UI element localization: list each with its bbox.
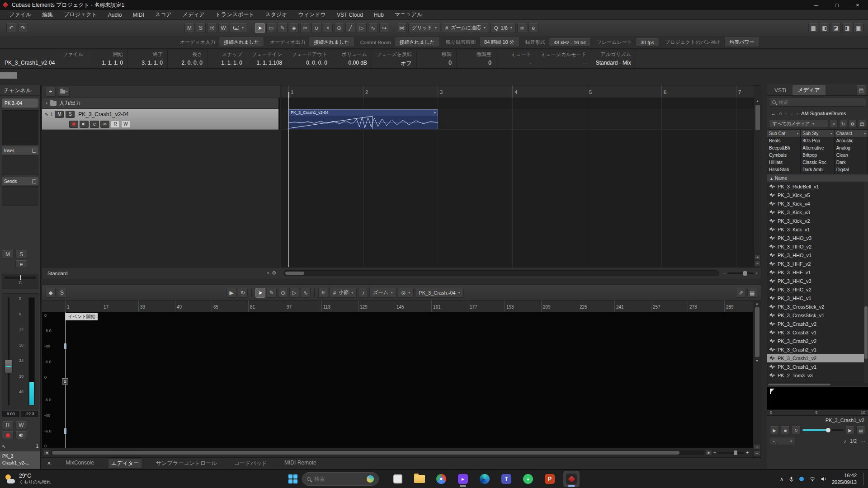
- waveform-display[interactable]: 0-6.0-oo-6.00-6.0-oo-6.00 イベント開始 S: [42, 312, 753, 448]
- snap-button[interactable]: ⋈: [397, 23, 407, 33]
- info-field[interactable]: 移調0: [417, 49, 457, 68]
- status-value[interactable]: 接続されました: [395, 38, 440, 47]
- draw-tool[interactable]: ✎: [278, 23, 288, 33]
- fader-handle[interactable]: [5, 360, 13, 373]
- io-folder-track[interactable]: ▾ 入力/出力: [42, 98, 278, 109]
- fader-gain-value[interactable]: 0.00: [2, 410, 20, 418]
- filter-item[interactable]: Clean: [835, 152, 868, 159]
- track-mute-button[interactable]: M: [55, 111, 64, 118]
- zoom-in-button[interactable]: +: [746, 450, 749, 455]
- layout-grid-button[interactable]: ▦: [808, 23, 818, 33]
- filter-item[interactable]: Dark Ambi: [801, 166, 834, 174]
- automation-dropdown[interactable]: ▾: [230, 23, 247, 33]
- record-enable-button[interactable]: [2, 431, 14, 439]
- status-value[interactable]: 30 fps: [636, 38, 659, 47]
- peak-level-value[interactable]: -22.3: [21, 410, 39, 418]
- disclosure-icon[interactable]: ▾: [46, 101, 47, 105]
- editor-vertical-scrollbar[interactable]: ▲ ▼ + −: [753, 300, 761, 457]
- cubase-taskbar-icon[interactable]: [563, 471, 580, 487]
- mute-all-button[interactable]: M: [184, 23, 194, 33]
- refresh-button[interactable]: ↻: [839, 120, 847, 128]
- note-length-button[interactable]: ♪: [358, 288, 368, 298]
- status-value[interactable]: 均等パワー: [724, 38, 760, 47]
- range-tool[interactable]: ▭: [266, 23, 276, 33]
- snap-point-marker[interactable]: S: [62, 378, 68, 385]
- filter-item[interactable]: Hits&Stab: [767, 166, 800, 174]
- monitor-button[interactable]: [15, 431, 27, 439]
- file-list-hscrollbar[interactable]: [767, 383, 868, 386]
- info-field[interactable]: フェーズを反転オフ: [372, 49, 417, 68]
- scroll-down-icon[interactable]: ▼: [753, 358, 761, 364]
- media-file-row[interactable]: PK_3_HHC_v3: [767, 277, 868, 285]
- editor-autoscroll-button[interactable]: ≋: [318, 288, 328, 298]
- editor-select-tool[interactable]: ➤: [255, 288, 265, 298]
- info-field[interactable]: ミュート-: [496, 49, 536, 68]
- chrome-icon[interactable]: [433, 471, 449, 487]
- menu-item[interactable]: VST Cloud: [331, 10, 368, 19]
- project-ruler[interactable]: 1234567: [281, 85, 754, 98]
- media-file-row[interactable]: PK_3_HHO_v1: [767, 251, 868, 259]
- close-button[interactable]: ✕: [847, 0, 868, 10]
- media-file-row[interactable]: PK_3_Crash3_v2: [767, 319, 868, 328]
- menu-item[interactable]: MIDI: [127, 10, 150, 19]
- status-value[interactable]: 接続されました: [219, 38, 264, 47]
- media-file-row[interactable]: PK_3_Kick_v3: [767, 208, 868, 216]
- inserts-bypass-icon[interactable]: [32, 149, 36, 153]
- gear-icon[interactable]: ⚙: [849, 120, 857, 128]
- media-file-row[interactable]: PK_3_Crash2_v2: [767, 337, 868, 345]
- filter-item[interactable]: Analog: [835, 145, 868, 152]
- beat-value[interactable]: 1/2: [850, 438, 857, 444]
- clipchamp-icon[interactable]: ▸: [455, 471, 471, 487]
- home-icon[interactable]: ⌂: [779, 111, 782, 116]
- menu-item[interactable]: トランスポート: [210, 10, 260, 19]
- track-visibility-button[interactable]: ▾: [58, 87, 70, 97]
- write-automation-button[interactable]: W: [15, 421, 27, 429]
- weather-widget[interactable]: 29°C くもりのち晴れ: [5, 469, 51, 488]
- playhead-marker[interactable]: [288, 92, 289, 98]
- mute-tool[interactable]: ×: [323, 23, 333, 33]
- taskbar-search[interactable]: [302, 472, 379, 486]
- window-divider-handle[interactable]: [0, 72, 17, 79]
- pan-control[interactable]: C: [2, 274, 38, 289]
- track-link-icon[interactable]: ∞: [100, 121, 109, 128]
- chevron-down-icon[interactable]: ▾: [267, 271, 269, 275]
- tab-editor[interactable]: エディター: [108, 459, 142, 468]
- file-list-scrollbar[interactable]: [864, 182, 868, 383]
- explorer-icon[interactable]: [411, 471, 428, 487]
- info-field[interactable]: フェードアウト0. 0. 0. 0: [287, 49, 332, 68]
- solo-all-button[interactable]: S: [196, 23, 206, 33]
- zoom-out-button[interactable]: −: [755, 261, 760, 266]
- track-list-empty[interactable]: [42, 130, 280, 267]
- quantize-panel-button[interactable]: e: [528, 23, 538, 33]
- info-field[interactable]: ミュージカルモード-: [536, 49, 591, 68]
- media-file-row[interactable]: PK_3_Crash1_v2: [767, 354, 868, 362]
- setup-layout-button[interactable]: ▣: [854, 23, 863, 33]
- scrollbar-thumb[interactable]: [768, 384, 830, 385]
- tab-mixconsole[interactable]: MixConsole: [63, 459, 97, 468]
- menu-item[interactable]: Hub: [368, 10, 389, 19]
- auto-scroll-button[interactable]: ↪: [379, 23, 389, 33]
- menu-item[interactable]: メディア: [177, 10, 210, 19]
- tab-chord-pads[interactable]: コードパッド: [231, 459, 270, 468]
- filter-item[interactable]: Classic Roc: [801, 159, 834, 166]
- erase-tool[interactable]: ◈: [289, 23, 299, 33]
- channel-name[interactable]: PK 3.-04: [2, 99, 38, 108]
- preview-options-button[interactable]: ▤: [856, 426, 865, 434]
- zoom-tool[interactable]: ⊙: [334, 23, 344, 33]
- project-vertical-scrollbar[interactable]: ▲ + −: [754, 98, 761, 267]
- track-edit-button[interactable]: e: [90, 121, 99, 128]
- select-tool[interactable]: ➤: [255, 23, 265, 33]
- gear-icon[interactable]: ⚙: [272, 270, 276, 276]
- media-file-row[interactable]: PK_3_HHO_v2: [767, 242, 868, 251]
- editor-play-tool[interactable]: ▷: [289, 288, 299, 298]
- scrollbar-thumb[interactable]: [52, 451, 679, 455]
- media-file-row[interactable]: PK_3_CrossStick_v2: [767, 302, 868, 311]
- tray-expand-icon[interactable]: ∧: [780, 476, 783, 482]
- track-record-button[interactable]: [69, 121, 78, 128]
- media-file-row[interactable]: PK_3_CrossStick_v1: [767, 311, 868, 319]
- preview-stop-button[interactable]: ■: [781, 426, 790, 434]
- fader-track[interactable]: [8, 297, 9, 405]
- filter-column-header[interactable]: Charact.▾: [835, 130, 868, 137]
- wifi-icon[interactable]: [809, 477, 816, 482]
- info-field[interactable]: 微調整0: [457, 49, 496, 68]
